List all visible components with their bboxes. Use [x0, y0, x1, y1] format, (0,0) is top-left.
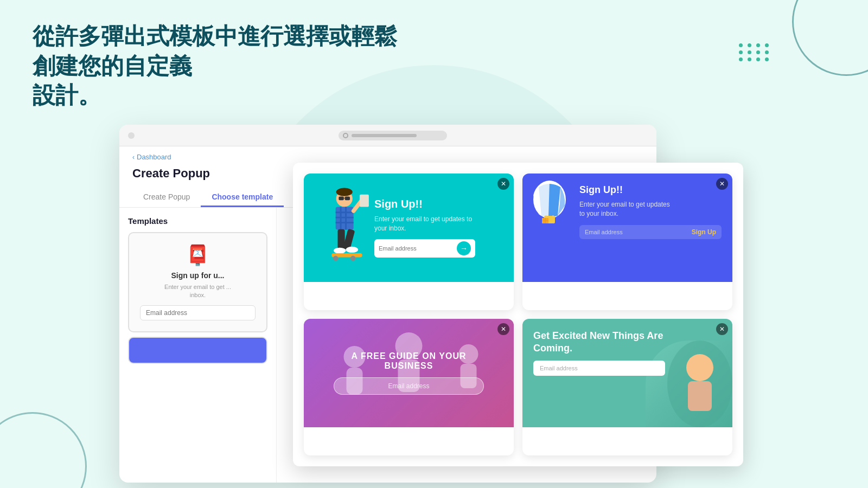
card-blue-title: Sign Up!! [579, 184, 722, 196]
template-email-input[interactable] [140, 305, 256, 320]
svg-rect-1 [339, 197, 343, 201]
main-heading: 從許多彈出式模板中進行選擇或輕鬆創建您的自定義 設計。 [33, 22, 412, 111]
dot-grid-decoration [739, 43, 770, 61]
gallery-close-1[interactable]: ✕ [497, 178, 509, 190]
browser-chrome [119, 125, 656, 146]
card-purple-title: A FREE GUIDE ON YOUR BUSINESS [351, 351, 466, 371]
browser-dot-1 [128, 132, 135, 139]
templates-sidebar-title: Templates [128, 216, 267, 226]
template-preview-card-1[interactable]: 📮 Sign up for u... Enter your email to g… [128, 232, 267, 332]
card-teal-text-content: Get Excited New Things Are Coming. Email… [533, 330, 722, 376]
bg-decoration-circle-bottom [0, 412, 87, 488]
page-title: Create Popup [132, 166, 210, 181]
card-cyan-email-input[interactable] [379, 245, 454, 252]
svg-point-4 [336, 188, 353, 196]
card-cyan-desc: Enter your email to get updates to your … [374, 215, 475, 233]
svg-rect-19 [360, 195, 369, 207]
template-preview-card-2[interactable] [128, 337, 267, 364]
templates-gallery[interactable]: ✕ [293, 163, 743, 466]
breadcrumb-text: Dashboard [137, 153, 171, 161]
gallery-close-2[interactable]: ✕ [716, 178, 728, 190]
card-blue-email-text: Email address [585, 229, 623, 235]
card-blue-desc: Enter your email to get updates to your … [579, 200, 722, 219]
svg-rect-5 [336, 207, 354, 229]
svg-point-13 [334, 248, 346, 254]
gallery-close-3[interactable]: ✕ [497, 323, 509, 335]
card-purple-email[interactable]: Email address [334, 377, 484, 395]
card-blue-email-row: Email address Sign Up [579, 225, 722, 239]
template-name: Sign up for u... [140, 271, 256, 280]
svg-point-17 [350, 256, 355, 261]
svg-rect-2 [345, 197, 350, 201]
bg-decoration-circle-top [792, 0, 868, 76]
card-purple-bg-decoration [309, 324, 508, 422]
breadcrumb[interactable]: ‹ Dashboard [132, 153, 643, 161]
skater-figure [315, 184, 369, 271]
templates-sidebar: Templates 📮 Sign up for u... Enter your … [119, 208, 277, 483]
card-blue-text-content: Sign Up!! Enter your email to get update… [579, 184, 722, 239]
tab-choose-template[interactable]: Choose template [201, 188, 284, 207]
browser-address-bar-container [138, 131, 648, 140]
template-preview-inner: 📮 Sign up for u... Enter your email to g… [129, 233, 266, 331]
gallery-card-teal[interactable]: ✕ Get Excited New Things Are Coming. Ema… [522, 319, 732, 455]
card-purple-background: A FREE GUIDE ON YOUR BUSINESS Email addr… [304, 319, 514, 427]
address-circle [343, 133, 348, 138]
card-cyan-email-row: → [374, 239, 475, 258]
template-icon: 📮 [140, 244, 256, 267]
address-line [352, 134, 417, 137]
gallery-card-purple[interactable]: ✕ A FREE GUIDE ON YOUR BUSINESS Email ad… [304, 319, 514, 455]
svg-point-16 [333, 256, 338, 261]
card-cyan-content: Sign Up!! Enter your email to get update… [304, 174, 514, 282]
card-teal-background: Get Excited New Things Are Coming. Email… [522, 319, 732, 427]
card-cyan-arrow-btn[interactable]: → [457, 241, 471, 255]
card-teal-title: Get Excited New Things Are Coming. [533, 330, 722, 355]
card-blue-background: Sign Up!! Enter your email to get update… [522, 174, 732, 282]
balloon-figure [528, 179, 571, 228]
card-cyan-title: Sign Up!! [374, 198, 475, 210]
gallery-close-4[interactable]: ✕ [716, 323, 728, 335]
gallery-card-blue[interactable]: ✕ [522, 174, 732, 310]
browser-address-bar [339, 131, 447, 140]
svg-point-14 [346, 247, 359, 253]
gallery-card-cyan[interactable]: ✕ [304, 174, 514, 310]
tab-create-popup[interactable]: Create Popup [132, 188, 201, 207]
svg-rect-35 [688, 381, 712, 411]
card-blue-signup-btn[interactable]: Sign Up [692, 228, 716, 236]
breadcrumb-chevron: ‹ [132, 153, 135, 161]
card-teal-email[interactable]: Email address [533, 361, 665, 376]
template-desc: Enter your email to get ... inbox. [140, 283, 256, 300]
card-cyan-text-content: Sign Up!! Enter your email to get update… [374, 198, 475, 258]
